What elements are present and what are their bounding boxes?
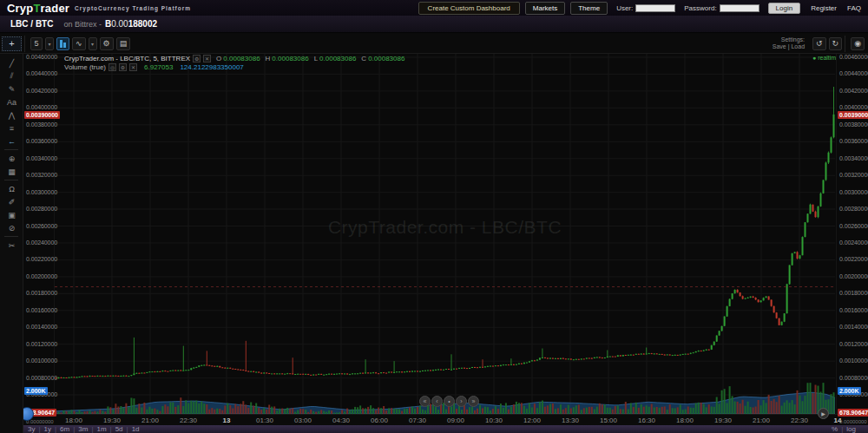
legend-close-icon[interactable]: ✕: [203, 55, 211, 62]
magnet-icon[interactable]: Ω: [0, 182, 23, 195]
remove-drawings-icon[interactable]: ✂: [0, 239, 23, 252]
log-scale-toggle[interactable]: log: [846, 425, 856, 433]
theme-button[interactable]: Theme: [570, 2, 608, 15]
faq-link[interactable]: FAQ: [847, 4, 861, 12]
time-tick-label: 13:30: [562, 417, 579, 424]
hide-drawings-icon[interactable]: ⊘: [0, 221, 23, 234]
app-tagline: CryptoCurrency Trading Platform: [75, 5, 191, 11]
time-tick-label: 21:00: [753, 417, 770, 424]
brush-icon[interactable]: ✎: [0, 82, 23, 95]
open-label: O: [216, 55, 221, 62]
chart-watermark: CrypTrader.com - LBC/BTC: [55, 217, 835, 238]
candlestick-style-button[interactable]: [56, 37, 69, 50]
price-tick-label: 0.00340000: [26, 155, 57, 161]
current-volume-tag: 678.90647: [838, 409, 868, 417]
time-tick-label: 07:30: [409, 417, 426, 424]
price-tick-label: 0.00080000: [26, 375, 57, 381]
price-tick-label: 0.00100000: [839, 358, 868, 364]
price-tick-label: 0.00140000: [839, 324, 868, 330]
range-5d-button[interactable]: 5d: [115, 425, 123, 433]
interval-button[interactable]: 5: [30, 37, 43, 50]
percent-scale-toggle[interactable]: %: [832, 425, 838, 433]
time-tick-label: 06:00: [371, 417, 388, 424]
cryptrader-app: CrypTrader CryptoCurrency Trading Platfo…: [0, 0, 868, 433]
range-1y-button[interactable]: 1y: [44, 425, 51, 433]
style-dropdown[interactable]: ▾: [89, 37, 97, 50]
price-tick-label: 0.00240000: [26, 239, 57, 246]
range-1m-button[interactable]: 1m: [96, 425, 106, 433]
low-value: 0.00083086: [319, 55, 356, 62]
interval-dropdown[interactable]: ▾: [45, 37, 54, 50]
time-tick-label: 15:00: [600, 417, 617, 424]
toolbar-divider: [845, 36, 845, 52]
time-tick-label: 19:30: [103, 417, 121, 424]
fib-retracement-icon[interactable]: ≡: [0, 121, 23, 134]
chart-style-button[interactable]: ∿: [72, 37, 86, 50]
symbol-bar: LBC / BTC on Bittrex - B 0.00 188002: [0, 16, 868, 33]
create-dashboard-button[interactable]: Create Custom Dashboard: [418, 2, 520, 15]
replay-jump-start-button[interactable]: «: [419, 396, 431, 407]
chart-settings-button[interactable]: ⚙: [100, 37, 114, 50]
range-3m-button[interactable]: 3m: [78, 425, 88, 433]
password-input[interactable]: [720, 4, 760, 12]
price-tick-label: 0.00320000: [839, 172, 868, 178]
volume-close-icon[interactable]: ✕: [129, 63, 137, 71]
drawing-mode-icon[interactable]: ✐: [0, 195, 23, 208]
time-axis[interactable]: 18:0019:3021:0022:301301:3003:0004:3006:…: [23, 414, 868, 425]
user-label: User:: [616, 4, 633, 12]
symbol-price-tail: 188002: [128, 19, 157, 29]
channel-icon[interactable]: ⫽: [0, 69, 23, 82]
volume-legend-title: Volume (true): [64, 63, 106, 71]
price-tick-label: 0.00260000: [26, 223, 57, 229]
xabcd-pattern-icon[interactable]: ⋀: [0, 108, 23, 121]
volume-settings-icon[interactable]: ⚙: [119, 63, 127, 71]
markets-button[interactable]: Markets: [525, 2, 565, 15]
app-logo[interactable]: CrypTrader: [7, 2, 69, 15]
price-tick-label: 0.00280000: [839, 206, 868, 212]
redo-button[interactable]: ↻: [829, 37, 843, 50]
volume-eye-icon[interactable]: ◎: [108, 63, 116, 71]
arrow-marker-icon[interactable]: ←: [0, 134, 23, 148]
range-divider: |: [38, 425, 40, 433]
volume-indicator-tag: 2.000K: [838, 387, 861, 395]
drawing-toolbar: ╱⫽✎Aa⋀≡←⊕▦Ω✐▣⊘✂: [0, 54, 23, 433]
range-6m-button[interactable]: 6m: [60, 425, 69, 433]
legend-settings-icon[interactable]: ⚙: [193, 55, 201, 62]
replay-step-back-button[interactable]: ‹: [431, 396, 443, 407]
range-1d-button[interactable]: 1d: [132, 425, 140, 433]
time-tick-label: 01:30: [256, 417, 273, 424]
price-axis-right[interactable]: 0.004600000.004400000.004200000.00400000…: [836, 54, 868, 414]
current-price-tag: 0.00390000: [24, 111, 60, 119]
zoom-in-icon[interactable]: ⊕: [0, 152, 23, 165]
replay-step-forward-button[interactable]: ›: [456, 396, 467, 407]
price-tick-label: 0.00460000: [26, 54, 57, 60]
price-tick-label: 0.00120000: [26, 341, 57, 347]
time-tick-label: 04:30: [332, 417, 350, 424]
replay-jump-end-button[interactable]: »: [468, 396, 479, 407]
user-input[interactable]: [635, 4, 675, 12]
save-load-links[interactable]: Save | Load: [773, 43, 805, 50]
range-3y-button[interactable]: 3y: [28, 425, 35, 433]
price-tick-label: 0.00180000: [839, 290, 868, 296]
register-link[interactable]: Register: [811, 4, 837, 12]
price-tick-label: 0.00160000: [26, 307, 57, 313]
undo-button[interactable]: ↺: [812, 37, 826, 50]
range-divider: |: [73, 425, 75, 433]
time-tick-label: 13: [223, 417, 231, 424]
lock-drawings-icon[interactable]: ▣: [0, 208, 23, 221]
price-axis-left[interactable]: 0.004600000.004400000.004200000.00400000…: [23, 54, 55, 414]
price-tick-label: 0.00200000: [839, 273, 868, 279]
scroll-right-button[interactable]: ▶: [818, 408, 829, 419]
indicators-button[interactable]: ▤: [116, 37, 131, 50]
replay-pause-button[interactable]: •: [444, 396, 455, 407]
text-icon[interactable]: Aa: [0, 95, 23, 108]
price-tick-label: 0.00420000: [26, 88, 57, 94]
price-tick-label: 0.00180000: [26, 290, 57, 296]
time-tick-label: 09:00: [447, 417, 464, 424]
login-button[interactable]: Login: [768, 3, 801, 14]
volume-indicator-value: 124.2122983350007: [180, 63, 243, 71]
camera-snapshot-button[interactable]: ◉: [851, 37, 865, 50]
measure-icon[interactable]: ▦: [0, 165, 23, 178]
trend-line-icon[interactable]: ╱: [0, 56, 23, 69]
crosshair-tool-button[interactable]: +: [2, 36, 22, 51]
